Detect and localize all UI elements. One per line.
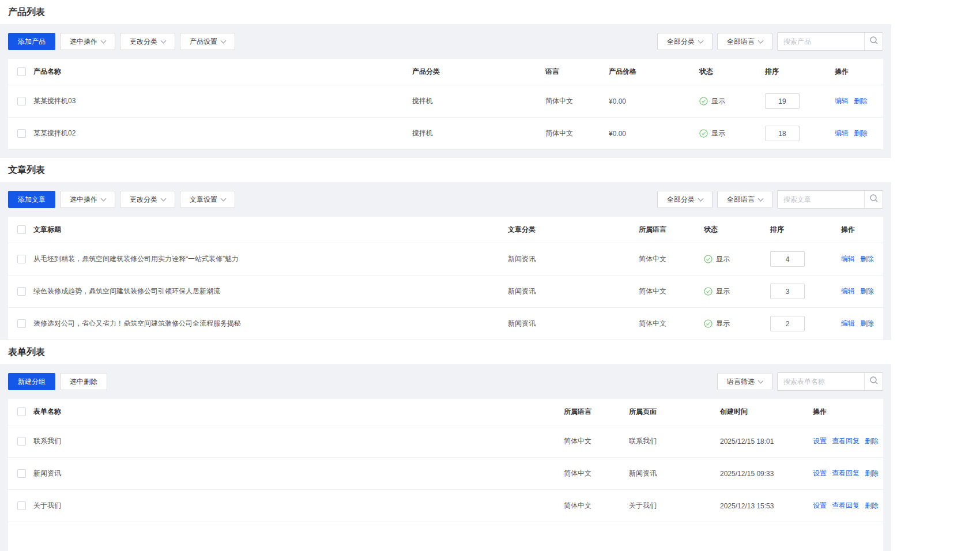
status-text: 显示 <box>716 319 730 329</box>
form-created: 2025/12/15 18:01 <box>720 437 813 446</box>
form-filter-language-label: 语言筛选 <box>727 377 755 387</box>
status-visible-icon <box>704 319 713 328</box>
delete-link[interactable]: 删除 <box>854 129 868 138</box>
col-language: 语言 <box>545 67 609 77</box>
delete-link[interactable]: 删除 <box>860 254 874 264</box>
sort-input[interactable] <box>770 316 805 331</box>
article-bulk-action-dropdown[interactable]: 选中操作 <box>60 191 115 208</box>
products-table: 产品名称 产品分类 语言 产品价格 状态 排序 操作 某某搅拌机03 搅拌机 简… <box>8 59 883 150</box>
table-row: 新闻资讯 简体中文 新闻资讯 2025/12/15 09:33 设置 查看回复 … <box>8 458 883 490</box>
sort-input[interactable] <box>765 93 800 109</box>
article-filter-category-dropdown[interactable]: 全部分类 <box>657 191 713 208</box>
delete-link[interactable]: 删除 <box>865 469 879 478</box>
product-search-input[interactable] <box>778 33 864 50</box>
articles-panel: 添加文章 选中操作 更改分类 文章设置 全部分类 全部语言 <box>0 182 891 340</box>
edit-link[interactable]: 编辑 <box>841 319 855 329</box>
row-checkbox[interactable] <box>17 287 26 296</box>
status-visible-icon <box>704 255 713 263</box>
article-search-input[interactable] <box>778 191 864 208</box>
product-language: 简体中文 <box>545 96 609 106</box>
select-all-checkbox[interactable] <box>17 225 26 234</box>
article-language: 简体中文 <box>639 254 704 264</box>
col-product-category: 产品分类 <box>412 67 545 77</box>
chevron-down-icon <box>101 195 107 201</box>
product-settings-dropdown[interactable]: 产品设置 <box>180 33 235 50</box>
select-all-checkbox[interactable] <box>17 67 26 76</box>
form-search-input[interactable] <box>778 373 864 390</box>
product-search-button[interactable] <box>864 33 883 50</box>
row-checkbox[interactable] <box>17 501 26 510</box>
chevron-down-icon <box>698 195 704 201</box>
product-bulk-action-dropdown[interactable]: 选中操作 <box>60 33 115 50</box>
view-replies-link[interactable]: 查看回复 <box>832 436 860 446</box>
table-row: 绿色装修成趋势，鼎筑空间建筑装修公司引领环保人居新潮流 新闻资讯 简体中文 显示… <box>8 276 883 308</box>
article-change-category-dropdown[interactable]: 更改分类 <box>120 191 175 208</box>
status-text: 显示 <box>716 254 730 264</box>
new-group-button[interactable]: 新建分组 <box>8 373 55 390</box>
settings-link[interactable]: 设置 <box>813 501 827 511</box>
product-filter-category-dropdown[interactable]: 全部分类 <box>657 33 713 50</box>
article-category: 新闻资讯 <box>508 286 639 296</box>
product-change-category-dropdown[interactable]: 更改分类 <box>120 33 175 50</box>
article-language: 简体中文 <box>639 319 704 329</box>
delete-link[interactable]: 删除 <box>865 501 879 511</box>
forms-table: 表单名称 所属语言 所属页面 创建时间 操作 联系我们 简体中文 联系我们 20… <box>8 399 883 551</box>
delete-selected-button[interactable]: 选中删除 <box>60 373 107 390</box>
articles-section-title: 文章列表 <box>0 158 891 182</box>
delete-link[interactable]: 删除 <box>865 436 879 446</box>
select-all-checkbox[interactable] <box>17 407 26 416</box>
row-checkbox[interactable] <box>17 97 26 105</box>
sort-input[interactable] <box>770 251 805 267</box>
table-row: 从毛坯到精装，鼎筑空间建筑装修公司用实力诠释“一站式装修”魅力 新闻资讯 简体中… <box>8 243 883 276</box>
delete-link[interactable]: 删除 <box>854 96 868 106</box>
form-page: 新闻资讯 <box>629 469 720 478</box>
row-checkbox[interactable] <box>17 469 26 478</box>
col-page: 所属页面 <box>629 407 720 417</box>
form-name: 联系我们 <box>33 436 564 446</box>
add-article-button[interactable]: 添加文章 <box>8 191 55 208</box>
sort-input[interactable] <box>770 284 805 299</box>
col-status: 状态 <box>704 225 770 235</box>
add-product-button[interactable]: 添加产品 <box>8 33 55 50</box>
article-title: 装修选对公司，省心又省力！鼎筑空间建筑装修公司全流程服务揭秘 <box>33 319 508 329</box>
col-language: 所属语言 <box>639 225 704 235</box>
product-filter-language-dropdown[interactable]: 全部语言 <box>717 33 772 50</box>
chevron-down-icon <box>221 195 227 201</box>
product-name: 某某搅拌机03 <box>33 96 412 106</box>
view-replies-link[interactable]: 查看回复 <box>832 469 860 478</box>
settings-link[interactable]: 设置 <box>813 436 827 446</box>
article-settings-dropdown[interactable]: 文章设置 <box>180 191 235 208</box>
form-search-button[interactable] <box>864 373 883 390</box>
edit-link[interactable]: 编辑 <box>841 286 855 296</box>
product-settings-label: 产品设置 <box>190 37 217 47</box>
product-bulk-action-label: 选中操作 <box>70 37 97 47</box>
col-product-name: 产品名称 <box>33 67 412 77</box>
form-language: 简体中文 <box>564 436 629 446</box>
article-search-button[interactable] <box>864 191 883 208</box>
edit-link[interactable]: 编辑 <box>835 96 849 106</box>
col-sort: 排序 <box>765 67 835 77</box>
row-checkbox[interactable] <box>17 255 26 263</box>
edit-link[interactable]: 编辑 <box>841 254 855 264</box>
sort-input[interactable] <box>765 126 800 141</box>
article-settings-label: 文章设置 <box>190 195 217 205</box>
row-checkbox[interactable] <box>17 129 26 138</box>
article-search <box>777 190 883 209</box>
status-text: 显示 <box>711 129 725 138</box>
product-search <box>777 32 883 51</box>
chevron-down-icon <box>698 37 704 43</box>
chevron-down-icon <box>758 37 764 43</box>
form-filter-language-dropdown[interactable]: 语言筛选 <box>717 373 772 390</box>
row-checkbox[interactable] <box>17 437 26 446</box>
delete-link[interactable]: 删除 <box>860 319 874 329</box>
forms-toolbar: 新建分组 选中删除 语言筛选 <box>8 372 883 391</box>
article-category: 新闻资讯 <box>508 254 639 264</box>
product-category: 搅拌机 <box>412 129 545 138</box>
view-replies-link[interactable]: 查看回复 <box>832 501 860 511</box>
settings-link[interactable]: 设置 <box>813 469 827 478</box>
article-filter-language-dropdown[interactable]: 全部语言 <box>717 191 772 208</box>
delete-link[interactable]: 删除 <box>860 286 874 296</box>
edit-link[interactable]: 编辑 <box>835 129 849 138</box>
col-sort: 排序 <box>770 225 841 235</box>
row-checkbox[interactable] <box>17 319 26 328</box>
